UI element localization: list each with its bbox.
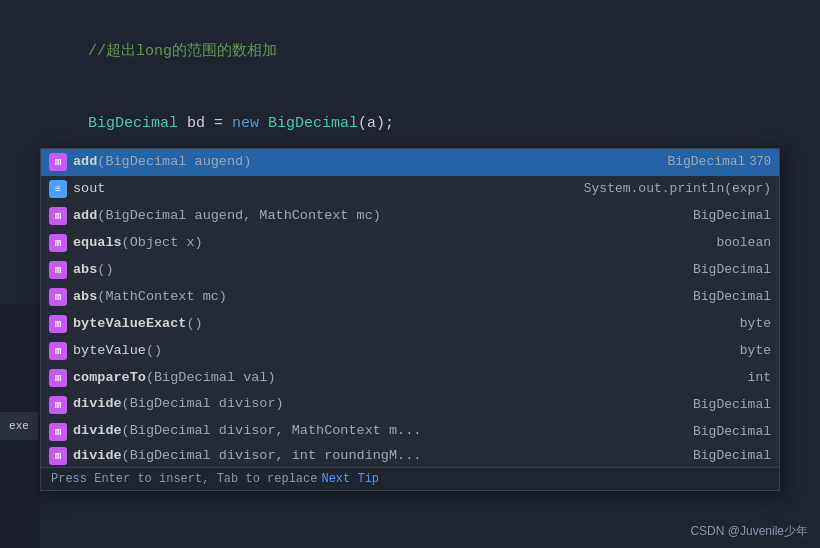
ac-footer: Press Enter to insert, Tab to replace Ne… [41, 467, 779, 490]
watermark: CSDN @Juvenile少年 [690, 523, 808, 540]
ac-method-text-7: byteValue() [73, 340, 671, 363]
ac-method-text-9: divide(BigDecimal divisor) [73, 393, 671, 416]
ac-return-6: byte [671, 313, 771, 335]
method-icon-6: m [49, 315, 67, 333]
ac-method-text-0: add(BigDecimal augend) [73, 151, 645, 174]
ac-item-7[interactable]: m byteValue() byte [41, 338, 779, 365]
ac-return-2: BigDecimal [671, 205, 771, 227]
ac-item-5[interactable]: m abs(MathContext mc) BigDecimal [41, 284, 779, 311]
exe-label: exe [0, 412, 38, 440]
ac-item-0[interactable]: m add(BigDecimal augend) BigDecimal 370 [41, 149, 779, 176]
ac-method-text-11: divide(BigDecimal divisor, int roundingM… [73, 445, 671, 467]
method-icon-9: m [49, 396, 67, 414]
autocomplete-popup: m add(BigDecimal augend) BigDecimal 370 … [40, 148, 780, 491]
ac-return-11: BigDecimal [671, 445, 771, 467]
ac-return-0: BigDecimal [645, 151, 745, 173]
ac-method-text-4: abs() [73, 259, 671, 282]
method-icon-10: m [49, 423, 67, 441]
ac-item-6[interactable]: m byteValueExact() byte [41, 311, 779, 338]
ac-item-11[interactable]: m divide(BigDecimal divisor, int roundin… [41, 445, 779, 467]
ac-hint-1: System.out.println(expr) [551, 178, 771, 200]
ac-item-3[interactable]: m equals(Object x) boolean [41, 230, 779, 257]
ac-return-5: BigDecimal [671, 286, 771, 308]
ac-item-8[interactable]: m compareTo(BigDecimal val) int [41, 365, 779, 392]
template-icon-1: ≡ [49, 180, 67, 198]
ac-item-9[interactable]: m divide(BigDecimal divisor) BigDecimal [41, 391, 779, 418]
method-icon-5: m [49, 288, 67, 306]
ac-method-text-10: divide(BigDecimal divisor, MathContext m… [73, 420, 671, 443]
ac-method-text-1: sout [73, 178, 551, 201]
method-icon-2: m [49, 207, 67, 225]
method-icon-7: m [49, 342, 67, 360]
ac-return-7: byte [671, 340, 771, 362]
ac-return-8: int [671, 367, 771, 389]
method-icon-3: m [49, 234, 67, 252]
method-icon-8: m [49, 369, 67, 387]
ac-return-9: BigDecimal [671, 394, 771, 416]
method-icon-11: m [49, 447, 67, 465]
ac-item-4[interactable]: m abs() BigDecimal [41, 257, 779, 284]
ac-return-3: boolean [671, 232, 771, 254]
method-icon-4: m [49, 261, 67, 279]
ac-return-10: BigDecimal [671, 421, 771, 443]
ac-item-2[interactable]: m add(BigDecimal augend, MathContext mc)… [41, 203, 779, 230]
ac-method-text-2: add(BigDecimal augend, MathContext mc) [73, 205, 671, 228]
ac-method-text-3: equals(Object x) [73, 232, 671, 255]
ac-item-10[interactable]: m divide(BigDecimal divisor, MathContext… [41, 418, 779, 445]
ac-next-tip[interactable]: Next Tip [321, 472, 379, 486]
code-line-comment: //超出long的范围的数相加 [52, 16, 800, 88]
ac-method-text-5: abs(MathContext mc) [73, 286, 671, 309]
ac-footer-hint: Press Enter to insert, Tab to replace [51, 472, 317, 486]
ac-return-4: BigDecimal [671, 259, 771, 281]
ac-method-text-8: compareTo(BigDecimal val) [73, 367, 671, 390]
ac-item-1[interactable]: ≡ sout System.out.println(expr) [41, 176, 779, 203]
ac-method-text-6: byteValueExact() [73, 313, 671, 336]
method-icon-0: m [49, 153, 67, 171]
